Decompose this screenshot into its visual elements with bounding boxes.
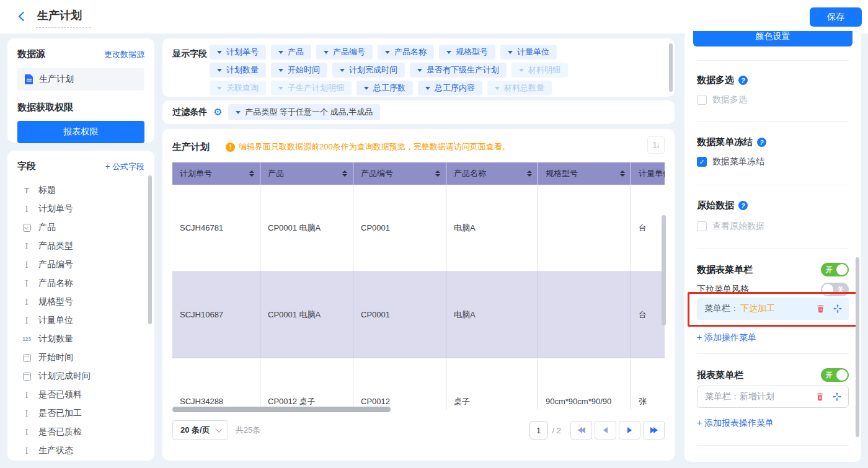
text-field-icon [21,390,32,400]
chip-label: 总工序内容 [435,82,475,94]
table-menu-item[interactable]: 菜单栏： 下达加工 [697,298,849,320]
pagination-bar: 20 条/页 共25条 1 / 2 [172,417,665,444]
field-item[interactable]: 产品 [21,218,144,237]
display-field-chip[interactable]: 计量单位 [500,45,557,60]
sort-order-button[interactable]: 1↓ [647,136,665,154]
field-item[interactable]: 计量单位 [21,311,144,330]
vertical-scrollbar[interactable] [662,215,666,325]
chip-label: 材料明细 [528,64,560,76]
vertical-scrollbar[interactable] [669,43,673,92]
help-icon[interactable] [738,76,748,85]
color-settings-button[interactable]: 颜色设置 [693,31,852,46]
field-item[interactable]: 是否已领料 [21,386,144,404]
field-item[interactable]: 规格型号 [21,293,144,311]
raw-data-checkbox[interactable]: 查看原始数据 [697,221,764,232]
add-report-operation-menu-link[interactable]: + 添加报表操作菜单 [697,418,774,429]
display-field-chip[interactable]: 产品 [271,45,311,60]
filter-condition-chip[interactable]: 产品类型 等于任意一个 成品,半成品 [228,104,380,120]
display-field-chip[interactable]: 产品编号 [316,45,373,60]
display-field-chip[interactable]: 总工序数 [356,81,413,95]
move-menu-handle[interactable] [832,392,842,402]
help-icon[interactable] [738,201,748,210]
column-header[interactable]: 产品 [260,162,353,185]
table-row-selected[interactable]: SCJH10687 CP0001 电脑A CP0001 电脑A 台 [172,272,665,358]
field-item[interactable]: 产品编号 [21,255,144,274]
display-field-chip[interactable]: 开始时间 [271,63,327,77]
display-field-chip[interactable]: 总工序内容 [418,81,482,95]
report-menu-toggle[interactable]: 开 [821,368,849,382]
field-item[interactable]: 计划单号 [21,200,144,218]
report-menu-item[interactable]: 菜单栏： 新增计划 [697,386,849,408]
field-item[interactable]: 产品名称 [21,274,144,293]
column-label: 产品 [268,168,284,179]
field-label: 开始时间 [38,352,73,363]
back-button[interactable] [16,10,30,24]
display-field-chip[interactable]: 材料明细 [512,63,568,77]
gear-icon[interactable] [213,107,222,117]
field-item[interactable]: 产品类型 [21,237,144,255]
field-item[interactable]: 是否已加工 [21,404,144,423]
display-field-chip[interactable]: 材料总数量 [487,81,552,95]
delete-menu-button[interactable] [815,304,825,314]
column-header[interactable]: 计划单号 [172,162,260,185]
display-field-chip[interactable]: 子生产计划明细 [271,81,352,95]
display-field-chip[interactable]: 计划单号 [210,45,266,60]
field-item[interactable]: 标题 [21,181,144,200]
report-permission-button[interactable]: 报表权限 [17,121,144,143]
vertical-scrollbar[interactable] [148,175,152,324]
display-field-chip[interactable]: 规格型号 [439,45,495,60]
table-menu-toggle[interactable]: 开 [821,263,849,276]
field-label: 是否已质检 [38,426,82,438]
display-field-chip[interactable]: 产品名称 [378,45,434,60]
checkbox-unchecked-icon [697,221,707,231]
column-header[interactable]: 规格型号 [538,162,631,185]
dropdown-style-label: 下拉菜单风格 [697,284,749,295]
dropdown-caret-icon [324,51,329,54]
display-field-chip[interactable]: 关联查询 [210,81,266,95]
display-field-chip[interactable]: 计划数量 [210,63,266,77]
fields-panel: 字段 + 公式字段 标题 计划单号 产品 产品类型 产品编号 产品名称 规格型号… [7,151,154,461]
topbar: 生产计划 保存 [0,0,868,34]
save-button[interactable]: 保存 [810,7,862,27]
column-header[interactable]: 产品编号 [353,162,446,185]
multi-select-checkbox[interactable]: 数据多选 [697,94,747,105]
add-formula-field-link[interactable]: + 公式字段 [105,161,144,172]
next-page-button[interactable] [619,421,640,439]
add-operation-menu-link[interactable]: + 添加操作菜单 [697,332,756,343]
dropdown-caret-icon [278,69,283,72]
change-datasource-link[interactable]: 更改数据源 [104,49,144,60]
last-page-button[interactable] [643,421,665,439]
help-icon[interactable] [757,138,766,147]
dropdown-style-toggle[interactable]: 关 [821,283,849,296]
display-field-chip[interactable]: 是否有下级生产计划 [410,63,507,77]
field-item[interactable]: 是否已质检 [21,423,144,441]
table-cell: 张 [631,358,665,410]
page-title[interactable]: 生产计划 [36,8,91,28]
horizontal-scrollbar[interactable] [172,407,391,412]
prev-page-button[interactable] [595,421,616,439]
chip-label: 计划数量 [226,64,259,76]
table-row[interactable]: SCJH34288 CP0012 桌子 CP0012 桌子 90cm*90cm*… [172,358,665,410]
toggle-knob [836,264,848,275]
column-header[interactable]: 产品名称 [446,162,538,185]
dropdown-caret-icon [446,51,451,54]
page-size-select[interactable]: 20 条/页 [172,420,228,440]
delete-menu-button[interactable] [815,392,825,402]
first-page-button[interactable] [570,421,592,439]
column-header[interactable]: 计量单位 [631,162,665,185]
table-title: 生产计划 [172,141,210,153]
field-item[interactable]: 计划数量 [21,330,144,348]
datasource-item[interactable]: 生产计划 [17,68,144,91]
table-row[interactable]: SCJH46781 CP0001 电脑A CP0001 电脑A 台 [172,185,665,272]
page-input[interactable]: 1 [529,421,548,439]
chip-label: 开始时间 [288,64,320,76]
move-menu-handle[interactable] [833,304,843,314]
field-item[interactable]: 计划完成时间 [21,367,144,386]
menu-freeze-checkbox[interactable]: 数据菜单冻结 [697,156,764,167]
field-item[interactable]: 开始时间 [21,348,144,367]
display-field-chip[interactable]: 计划完成时间 [332,63,405,77]
field-item[interactable]: 生产状态 [21,441,144,460]
chip-label: 产品 [288,46,304,58]
field-label: 生产状态 [38,445,73,456]
vertical-scrollbar[interactable] [856,257,859,437]
